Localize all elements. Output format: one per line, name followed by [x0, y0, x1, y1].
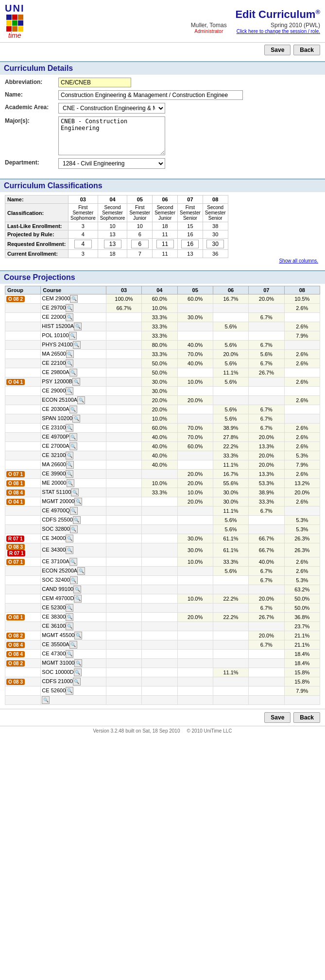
- classif-input[interactable]: [74, 240, 92, 248]
- save-button-bottom[interactable]: Save: [264, 712, 291, 723]
- pct-cell: 26.7%: [249, 613, 284, 622]
- search-course-button[interactable]: 🔍: [74, 669, 82, 676]
- classif-cell[interactable]: [68, 239, 98, 250]
- table-row: CE 22100🔍50.0%40.0%5.6%6.7%2.6%: [5, 359, 320, 368]
- search-course-button[interactable]: 🔍: [70, 525, 78, 533]
- majors-textarea[interactable]: [58, 116, 165, 155]
- search-course-button[interactable]: 🔍: [66, 622, 73, 630]
- classif-input[interactable]: [131, 240, 149, 248]
- classif-cell[interactable]: [153, 239, 178, 250]
- search-course-button[interactable]: 🔍: [66, 535, 73, 542]
- search-course-button[interactable]: 🔍: [70, 576, 78, 584]
- search-course-button[interactable]: 🔍: [73, 516, 81, 524]
- pct-cell: [142, 686, 177, 696]
- classif-cell[interactable]: [203, 239, 228, 250]
- pct-cell: 2.6%: [284, 567, 320, 576]
- col-07-header: 07: [249, 286, 284, 294]
- classif-input[interactable]: [206, 240, 224, 248]
- search-course-button[interactable]: 🔍: [66, 359, 73, 367]
- search-course-button[interactable]: 🔍: [70, 507, 78, 515]
- search-course-button[interactable]: 🔍: [66, 650, 73, 658]
- save-button-top[interactable]: Save: [264, 45, 291, 55]
- pct-cell: [213, 331, 248, 341]
- abbr-input[interactable]: [58, 78, 131, 87]
- search-course-button[interactable]: 🔍: [66, 387, 73, 395]
- classif-cell[interactable]: [98, 239, 127, 250]
- pct-cell: [142, 677, 177, 686]
- search-course-button[interactable]: 🔍: [69, 442, 77, 450]
- search-course-button[interactable]: 🔍: [69, 369, 77, 376]
- session-label: Spring 2010 (PWL): [237, 22, 320, 29]
- pct-cell: 30.0%: [177, 543, 213, 557]
- search-course-button[interactable]: 🔍: [77, 567, 85, 575]
- classif-03: FirstSemesterSophomore: [68, 204, 98, 222]
- search-course-button[interactable]: 🔍: [77, 396, 85, 404]
- pct-cell: 33.3%: [213, 557, 248, 567]
- search-course-button[interactable]: 🔍: [73, 341, 81, 349]
- search-course-button[interactable]: 🔍: [69, 406, 77, 413]
- search-course-button[interactable]: 🔍: [70, 295, 78, 303]
- search-course-button[interactable]: 🔍: [66, 470, 73, 478]
- course-cell: CEM 49700D🔍: [41, 594, 106, 604]
- search-course-button[interactable]: 🔍: [72, 378, 80, 386]
- course-name: CE 49700P: [42, 434, 69, 440]
- search-course-button[interactable]: 🔍: [74, 498, 82, 506]
- table-row: O 08 2MGMT 45500🔍20.0%21.1%: [5, 631, 320, 640]
- course-cell: CAND 99100🔍: [41, 585, 106, 594]
- area-select[interactable]: CNE - Construction Engineering & Managem…: [58, 103, 165, 114]
- classif-cell[interactable]: [178, 239, 203, 250]
- search-course-button[interactable]: 🔍: [74, 323, 82, 330]
- course-name: CE 29800A: [42, 369, 69, 375]
- search-course-button[interactable]: 🔍: [66, 461, 74, 469]
- search-course-button[interactable]: 🔍: [74, 659, 82, 667]
- group-cell: O 04 1: [5, 497, 41, 506]
- course-cell: CE 34300🔍: [41, 543, 106, 557]
- search-course-button[interactable]: 🔍: [69, 641, 77, 649]
- pct-cell: [142, 576, 177, 585]
- group-cell: O 08 4: [5, 640, 41, 650]
- search-course-button[interactable]: 🔍: [74, 632, 82, 639]
- search-course-button[interactable]: 🔍: [66, 613, 73, 621]
- classif-input[interactable]: [156, 240, 174, 248]
- area-label: Academic Area:: [5, 103, 58, 111]
- show-all-columns[interactable]: Show all columns.: [5, 258, 320, 263]
- search-course-button[interactable]: 🔍: [66, 304, 73, 312]
- classif-05: FirstSemesterJunior: [127, 204, 153, 222]
- course-name: CE 32100: [42, 452, 66, 458]
- search-course-button[interactable]: 🔍: [66, 350, 74, 358]
- back-button-bottom[interactable]: Back: [293, 712, 320, 723]
- table-row: O 08 4CE 47300🔍18.4%: [5, 650, 320, 659]
- search-course-button[interactable]: 🔍: [71, 489, 79, 496]
- search-course-button[interactable]: 🔍: [66, 546, 73, 554]
- search-course-button[interactable]: 🔍: [66, 604, 73, 612]
- course-cell: MA 26500🔍: [41, 350, 106, 359]
- name-input[interactable]: [58, 90, 243, 100]
- search-course-button[interactable]: 🔍: [72, 415, 80, 423]
- classif-input[interactable]: [104, 240, 121, 248]
- search-course-button[interactable]: 🔍: [66, 424, 73, 432]
- course-cell: MGMT 45500🔍: [41, 631, 106, 640]
- search-course-button[interactable]: 🔍: [69, 558, 77, 566]
- pct-cell: [142, 534, 177, 543]
- search-course-button[interactable]: 🔍: [67, 479, 74, 487]
- search-course-button[interactable]: 🔍: [42, 696, 50, 704]
- search-course-button[interactable]: 🔍: [73, 678, 81, 686]
- search-course-button[interactable]: 🔍: [73, 586, 81, 593]
- classif-cell: 13: [178, 250, 203, 258]
- search-course-button[interactable]: 🔍: [69, 332, 77, 340]
- search-course-button[interactable]: 🔍: [66, 313, 73, 321]
- pct-cell: 20.0%: [249, 460, 284, 470]
- search-course-button[interactable]: 🔍: [66, 687, 73, 695]
- bottom-buttons: Save Back: [0, 709, 325, 726]
- search-course-button[interactable]: 🔍: [69, 433, 77, 441]
- pct-cell: 13.3%: [249, 470, 284, 479]
- classif-input[interactable]: [181, 240, 199, 248]
- course-name: SOC 32400: [42, 577, 69, 583]
- dept-select[interactable]: 1284 - Civil Engineering: [58, 158, 165, 169]
- pct-cell: 15.8%: [284, 668, 320, 677]
- search-course-button[interactable]: 🔍: [74, 595, 82, 603]
- session-link[interactable]: Click here to change the session / role.: [237, 29, 320, 34]
- back-button-top[interactable]: Back: [293, 45, 320, 55]
- classif-cell[interactable]: [127, 239, 153, 250]
- search-course-button[interactable]: 🔍: [66, 452, 73, 459]
